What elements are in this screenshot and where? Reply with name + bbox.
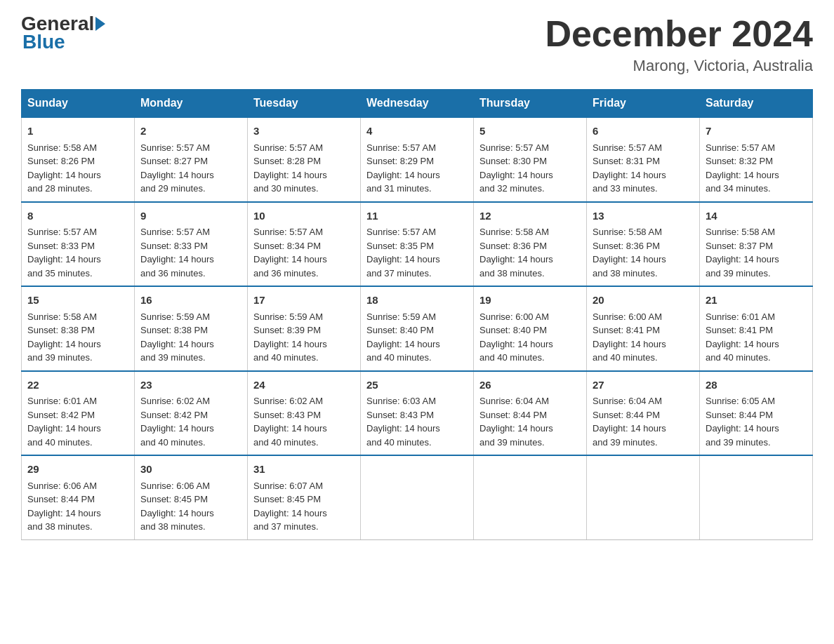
sunset-label: Sunset: 8:45 PM bbox=[140, 494, 208, 504]
calendar-header-saturday: Saturday bbox=[700, 90, 813, 118]
sunset-label: Sunset: 8:33 PM bbox=[140, 241, 208, 251]
sunrise-label: Sunrise: 5:57 AM bbox=[140, 142, 210, 153]
daylight-minutes: and 39 minutes. bbox=[479, 437, 545, 448]
sunrise-label: Sunrise: 5:58 AM bbox=[27, 142, 97, 153]
sunset-label: Sunset: 8:43 PM bbox=[253, 410, 321, 420]
day-number: 9 bbox=[140, 208, 241, 224]
daylight-minutes: and 40 minutes. bbox=[479, 352, 545, 363]
daylight-minutes: and 39 minutes. bbox=[140, 352, 206, 363]
daylight-label: Daylight: 14 hours bbox=[253, 508, 327, 518]
calendar-cell: 8 Sunrise: 5:57 AM Sunset: 8:33 PM Dayli… bbox=[22, 202, 135, 287]
calendar-cell: 22 Sunrise: 6:01 AM Sunset: 8:42 PM Dayl… bbox=[22, 371, 135, 456]
sunset-label: Sunset: 8:32 PM bbox=[706, 156, 773, 166]
month-title: December 2024 bbox=[545, 14, 813, 54]
day-number: 16 bbox=[140, 293, 241, 309]
daylight-label: Daylight: 14 hours bbox=[253, 339, 327, 349]
sunrise-label: Sunrise: 5:57 AM bbox=[140, 227, 210, 237]
sunrise-label: Sunrise: 6:05 AM bbox=[706, 396, 775, 406]
daylight-label: Daylight: 14 hours bbox=[27, 254, 101, 264]
calendar-cell: 3 Sunrise: 5:57 AM Sunset: 8:28 PM Dayli… bbox=[248, 117, 361, 202]
daylight-label: Daylight: 14 hours bbox=[593, 170, 666, 180]
sunrise-label: Sunrise: 6:04 AM bbox=[479, 396, 549, 406]
sunrise-label: Sunrise: 5:57 AM bbox=[366, 227, 436, 237]
sunrise-label: Sunrise: 6:02 AM bbox=[140, 396, 210, 406]
day-number: 27 bbox=[593, 377, 694, 394]
sunrise-label: Sunrise: 5:57 AM bbox=[366, 142, 436, 153]
logo-blue: Blue bbox=[21, 31, 65, 53]
calendar-cell: 1 Sunrise: 5:58 AM Sunset: 8:26 PM Dayli… bbox=[22, 117, 135, 202]
day-number: 5 bbox=[479, 123, 581, 140]
daylight-minutes: and 39 minutes. bbox=[706, 268, 771, 279]
daylight-label: Daylight: 14 hours bbox=[706, 170, 779, 180]
sunset-label: Sunset: 8:40 PM bbox=[479, 325, 547, 335]
calendar-week-row: 8 Sunrise: 5:57 AM Sunset: 8:33 PM Dayli… bbox=[22, 202, 813, 287]
calendar-cell: 29 Sunrise: 6:06 AM Sunset: 8:44 PM Dayl… bbox=[22, 455, 135, 539]
daylight-label: Daylight: 14 hours bbox=[366, 170, 440, 180]
sunset-label: Sunset: 8:34 PM bbox=[253, 241, 321, 251]
day-number: 3 bbox=[253, 123, 355, 140]
daylight-minutes: and 38 minutes. bbox=[593, 268, 658, 279]
day-number: 11 bbox=[366, 208, 468, 224]
sunset-label: Sunset: 8:44 PM bbox=[479, 410, 547, 420]
calendar-cell: 13 Sunrise: 5:58 AM Sunset: 8:36 PM Dayl… bbox=[587, 202, 700, 287]
sunrise-label: Sunrise: 5:59 AM bbox=[366, 311, 436, 322]
sunset-label: Sunset: 8:41 PM bbox=[593, 325, 660, 335]
daylight-minutes: and 40 minutes. bbox=[27, 437, 93, 448]
day-number: 15 bbox=[27, 293, 128, 309]
sunset-label: Sunset: 8:45 PM bbox=[253, 494, 321, 504]
calendar-table: SundayMondayTuesdayWednesdayThursdayFrid… bbox=[21, 89, 813, 540]
sunrise-label: Sunrise: 5:57 AM bbox=[27, 227, 97, 237]
calendar-week-row: 1 Sunrise: 5:58 AM Sunset: 8:26 PM Dayli… bbox=[22, 117, 813, 202]
daylight-label: Daylight: 14 hours bbox=[593, 423, 666, 434]
calendar-cell: 26 Sunrise: 6:04 AM Sunset: 8:44 PM Dayl… bbox=[474, 371, 587, 456]
sunset-label: Sunset: 8:29 PM bbox=[366, 156, 434, 166]
sunset-label: Sunset: 8:42 PM bbox=[140, 410, 208, 420]
calendar-header-monday: Monday bbox=[135, 90, 248, 118]
sunrise-label: Sunrise: 6:06 AM bbox=[140, 481, 210, 491]
day-number: 29 bbox=[27, 462, 128, 478]
sunset-label: Sunset: 8:30 PM bbox=[479, 156, 547, 166]
sunrise-label: Sunrise: 5:57 AM bbox=[593, 142, 662, 153]
day-number: 7 bbox=[706, 123, 807, 140]
day-number: 10 bbox=[253, 208, 355, 224]
day-number: 28 bbox=[706, 377, 807, 394]
sunrise-label: Sunrise: 5:59 AM bbox=[253, 311, 323, 322]
daylight-label: Daylight: 14 hours bbox=[140, 423, 214, 434]
daylight-minutes: and 30 minutes. bbox=[253, 183, 319, 194]
calendar-cell bbox=[474, 455, 587, 539]
calendar-cell: 2 Sunrise: 5:57 AM Sunset: 8:27 PM Dayli… bbox=[135, 117, 248, 202]
daylight-label: Daylight: 14 hours bbox=[593, 339, 666, 349]
sunset-label: Sunset: 8:44 PM bbox=[27, 494, 95, 504]
day-number: 20 bbox=[593, 293, 694, 309]
calendar-cell: 7 Sunrise: 5:57 AM Sunset: 8:32 PM Dayli… bbox=[700, 117, 813, 202]
daylight-label: Daylight: 14 hours bbox=[140, 339, 214, 349]
calendar-week-row: 15 Sunrise: 5:58 AM Sunset: 8:38 PM Dayl… bbox=[22, 286, 813, 371]
sunset-label: Sunset: 8:42 PM bbox=[27, 410, 95, 420]
day-number: 14 bbox=[706, 208, 807, 224]
sunset-label: Sunset: 8:33 PM bbox=[27, 241, 95, 251]
daylight-minutes: and 40 minutes. bbox=[253, 352, 319, 363]
daylight-label: Daylight: 14 hours bbox=[706, 423, 779, 434]
day-number: 22 bbox=[27, 377, 128, 394]
sunset-label: Sunset: 8:28 PM bbox=[253, 156, 321, 166]
calendar-cell: 27 Sunrise: 6:04 AM Sunset: 8:44 PM Dayl… bbox=[587, 371, 700, 456]
calendar-cell: 16 Sunrise: 5:59 AM Sunset: 8:38 PM Dayl… bbox=[135, 286, 248, 371]
calendar-cell: 14 Sunrise: 5:58 AM Sunset: 8:37 PM Dayl… bbox=[700, 202, 813, 287]
calendar-cell: 19 Sunrise: 6:00 AM Sunset: 8:40 PM Dayl… bbox=[474, 286, 587, 371]
day-number: 1 bbox=[27, 123, 128, 140]
daylight-minutes: and 32 minutes. bbox=[479, 183, 545, 194]
daylight-minutes: and 40 minutes. bbox=[366, 437, 432, 448]
day-number: 18 bbox=[366, 293, 468, 309]
calendar-cell: 11 Sunrise: 5:57 AM Sunset: 8:35 PM Dayl… bbox=[361, 202, 474, 287]
sunset-label: Sunset: 8:38 PM bbox=[27, 325, 95, 335]
daylight-minutes: and 39 minutes. bbox=[706, 437, 771, 448]
sunset-label: Sunset: 8:38 PM bbox=[140, 325, 208, 335]
calendar-cell: 6 Sunrise: 5:57 AM Sunset: 8:31 PM Dayli… bbox=[587, 117, 700, 202]
daylight-label: Daylight: 14 hours bbox=[253, 170, 327, 180]
sunrise-label: Sunrise: 5:57 AM bbox=[479, 142, 549, 153]
sunrise-label: Sunrise: 6:03 AM bbox=[366, 396, 436, 406]
sunrise-label: Sunrise: 6:02 AM bbox=[253, 396, 323, 406]
sunrise-label: Sunrise: 5:58 AM bbox=[479, 227, 549, 237]
calendar-header-tuesday: Tuesday bbox=[248, 90, 361, 118]
logo: General Blue bbox=[21, 14, 107, 53]
